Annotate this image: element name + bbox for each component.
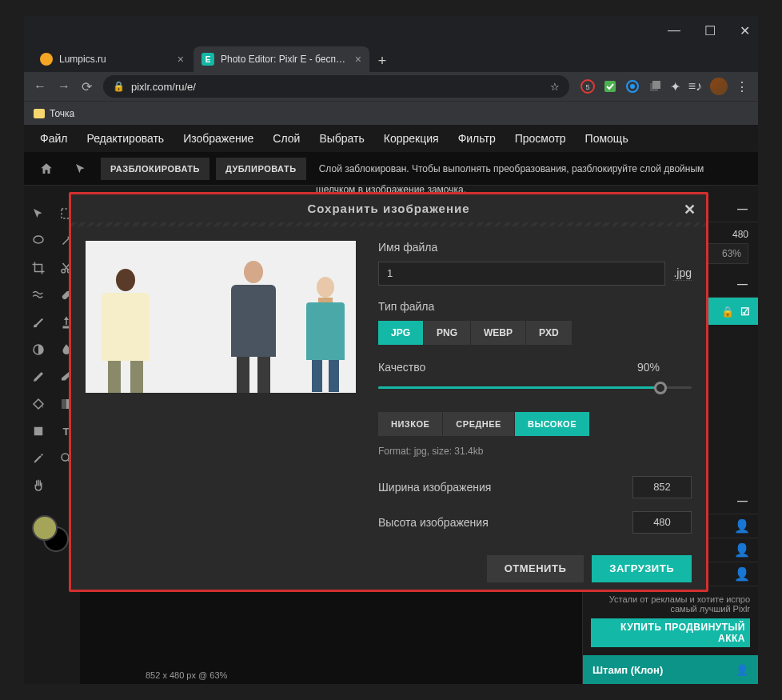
slider-thumb-icon[interactable] <box>654 382 667 394</box>
quality-low-button[interactable]: НИЗКОЕ <box>378 412 442 436</box>
ext-icon[interactable]: 5 <box>581 79 595 94</box>
pen-tool-icon[interactable] <box>24 363 52 390</box>
favicon-icon <box>40 53 53 66</box>
quality-slider[interactable] <box>378 382 692 396</box>
width-label: Ширина изображения <box>378 481 491 494</box>
maximize-icon[interactable]: ☐ <box>704 23 716 38</box>
menu-filter[interactable]: Фильтр <box>458 132 496 145</box>
stamp-tool-row[interactable]: Штамп (Клон) 👤 <box>583 655 758 684</box>
liquify-tool-icon[interactable] <box>24 282 52 309</box>
type-pxd-button[interactable]: PXD <box>526 321 572 345</box>
tab-bar: Lumpics.ru × E Photo Editor: Pixlr E - б… <box>24 45 758 72</box>
dialog-header: Сохранить изображение ✕ <box>71 194 706 222</box>
ext-icon[interactable] <box>648 79 662 94</box>
minimize-icon[interactable]: — <box>668 23 680 38</box>
hand-tool-icon[interactable] <box>24 472 52 499</box>
eyedropper-tool-icon[interactable] <box>24 445 52 472</box>
dialog-footer: ОТМЕНИТЬ ЗАГРУЗИТЬ <box>71 548 706 590</box>
svg-rect-16 <box>34 427 42 436</box>
color-swatch[interactable] <box>32 515 64 547</box>
folder-icon <box>34 109 45 118</box>
collapse-icon[interactable]: — <box>737 202 748 214</box>
crop-tool-icon[interactable] <box>24 254 52 282</box>
svg-point-18 <box>62 454 69 461</box>
lock-icon: 🔒 <box>113 81 125 92</box>
quality-label: Качество <box>378 361 425 374</box>
filename-input[interactable] <box>378 262 665 286</box>
fill-tool-icon[interactable] <box>24 390 52 418</box>
lock-message: Слой заблокирован. Чтобы выполнять преоб… <box>319 163 704 174</box>
back-icon[interactable]: ← <box>34 79 46 94</box>
ext-icon[interactable] <box>603 79 617 94</box>
bookmark-item[interactable]: Точка <box>50 108 74 119</box>
collapse-icon[interactable]: — <box>737 494 748 506</box>
star-icon[interactable]: ☆ <box>550 81 560 93</box>
context-toolbar: РАЗБЛОКИРОВАТЬ ДУБЛИРОВАТЬ Слой заблокир… <box>24 152 758 186</box>
visible-icon[interactable]: ☑ <box>740 306 750 318</box>
close-window-icon[interactable]: ✕ <box>740 23 750 38</box>
quality-med-button[interactable]: СРЕДНЕЕ <box>443 412 514 436</box>
menu-adjust[interactable]: Коррекция <box>384 132 439 145</box>
lasso-tool-icon[interactable] <box>24 227 52 254</box>
menu-help[interactable]: Помощь <box>585 132 628 145</box>
height-label: Высота изображения <box>378 516 489 529</box>
close-tab-icon[interactable]: × <box>178 53 184 66</box>
arrow-icon[interactable] <box>66 155 94 182</box>
url-field[interactable]: 🔒 pixlr.com/ru/e/ ☆ <box>103 75 569 98</box>
upgrade-button[interactable]: КУПИТЬ ПРОДВИНУТЫЙ АККА <box>591 618 750 647</box>
dialog-body: Имя файла .jpg Тип файла JPG PNG WEBP PX… <box>71 226 706 548</box>
type-webp-button[interactable]: WEBP <box>471 321 525 345</box>
new-tab-button[interactable]: + <box>371 50 393 72</box>
browser-tab-2[interactable]: E Photo Editor: Pixlr E - бесплатны × <box>194 46 369 72</box>
menu-file[interactable]: Файл <box>40 132 67 145</box>
file-extension[interactable]: .jpg <box>673 266 692 281</box>
svg-point-8 <box>34 236 43 243</box>
person-icon: 👤 <box>736 664 748 676</box>
close-tab-icon[interactable]: × <box>355 53 361 66</box>
width-input[interactable] <box>632 476 692 498</box>
shape-tool-icon[interactable] <box>24 418 52 445</box>
tab-title: Photo Editor: Pixlr E - бесплатны <box>221 54 349 65</box>
ext-icon[interactable] <box>625 79 640 94</box>
type-png-button[interactable]: PNG <box>424 321 470 345</box>
canvas-info: 852 x 480 px @ 63% <box>146 670 227 680</box>
brush-tool-icon[interactable] <box>24 309 52 336</box>
lock-icon[interactable]: 🔒 <box>721 306 734 318</box>
dodge-tool-icon[interactable] <box>24 336 52 363</box>
menu-edit[interactable]: Редактировать <box>86 132 164 145</box>
menu-icon[interactable]: ⋮ <box>736 79 748 94</box>
cancel-button[interactable]: ОТМЕНИТЬ <box>487 555 585 582</box>
puzzle-icon[interactable]: ✦ <box>670 79 680 94</box>
filetype-buttons: JPG PNG WEBP PXD <box>378 321 692 345</box>
move-tool-icon[interactable] <box>24 200 52 227</box>
download-button[interactable]: ЗАГРУЗИТЬ <box>592 555 692 582</box>
close-dialog-icon[interactable]: ✕ <box>684 201 696 218</box>
menu-layer[interactable]: Слой <box>273 132 300 145</box>
height-input[interactable] <box>632 511 692 534</box>
bookmark-bar: Точка <box>24 101 758 125</box>
avatar-icon[interactable] <box>710 78 728 95</box>
person-icon: 👤 <box>734 518 750 534</box>
svg-rect-6 <box>652 81 660 89</box>
dialog-title: Сохранить изображение <box>307 202 469 215</box>
home-icon[interactable] <box>32 155 60 182</box>
duplicate-button[interactable]: ДУБЛИРОВАТЬ <box>216 158 306 180</box>
quality-value: 90% <box>637 361 660 374</box>
filename-label: Имя файла <box>378 241 692 254</box>
menu-image[interactable]: Изображение <box>183 132 253 145</box>
browser-tab-1[interactable]: Lumpics.ru × <box>32 46 192 72</box>
url-text: pixlr.com/ru/e/ <box>131 81 196 93</box>
type-jpg-button[interactable]: JPG <box>378 321 423 345</box>
menu-view[interactable]: Просмотр <box>515 132 566 145</box>
extensions-area: 5 ✦ ≡♪ ⋮ <box>581 78 748 95</box>
quality-high-button[interactable]: ВЫСОКОЕ <box>515 412 589 436</box>
reload-icon[interactable]: ⟳ <box>82 79 92 94</box>
playlist-icon[interactable]: ≡♪ <box>688 79 702 94</box>
status-bar: 852 x 480 px @ 63% <box>136 666 237 684</box>
collapse-icon[interactable]: — <box>737 278 748 290</box>
unlock-button[interactable]: РАЗБЛОКИРОВАТЬ <box>101 158 209 180</box>
quality-preset-buttons: НИЗКОЕ СРЕДНЕЕ ВЫСОКОЕ <box>378 412 692 436</box>
image-preview <box>86 241 356 393</box>
menu-select[interactable]: Выбрать <box>319 132 364 145</box>
forward-icon[interactable]: → <box>58 79 70 94</box>
